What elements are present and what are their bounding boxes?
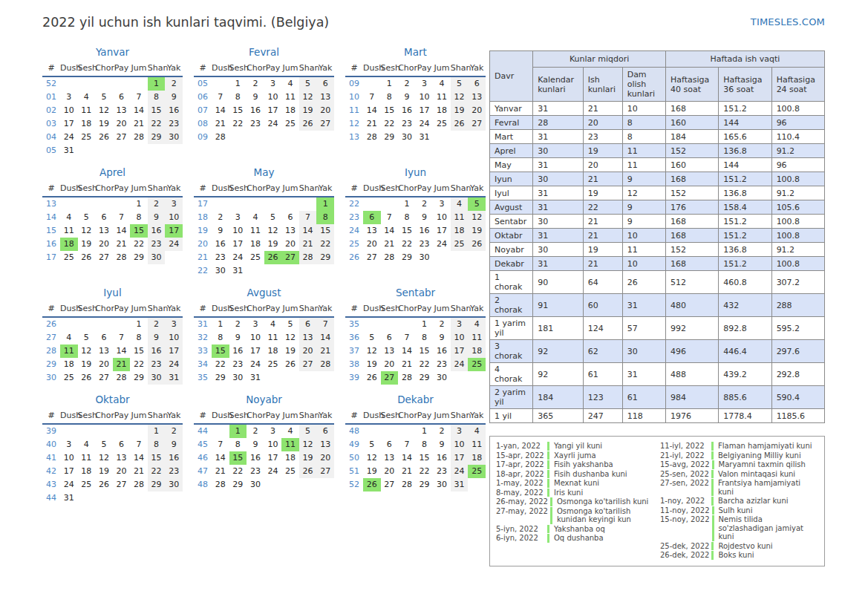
- value-cell: 136.8: [719, 144, 771, 158]
- table-row: Oktabr312110168151.2100.8: [490, 229, 825, 243]
- empty-day-cell: [95, 197, 113, 211]
- holiday-day-cell: 25: [468, 358, 486, 371]
- value-cell: 100.8: [771, 215, 824, 229]
- value-cell: 91.2: [771, 186, 824, 200]
- weekday-header: Yak: [468, 302, 486, 317]
- weekday-header: Pay: [113, 302, 131, 317]
- week-row: 2413141516171819: [345, 224, 486, 238]
- day-cell: 18: [468, 344, 486, 358]
- day-cell: 4: [60, 211, 78, 224]
- month-title: Mart: [345, 46, 486, 58]
- value-cell: 30: [533, 243, 583, 257]
- day-cell: 3: [165, 197, 183, 211]
- day-cell: 22: [416, 358, 434, 371]
- week-number: 46: [194, 451, 212, 465]
- day-cell: 26: [95, 478, 113, 491]
- value-cell: 91: [533, 294, 583, 317]
- week-row: 1078910111213: [345, 91, 486, 104]
- table-row: 2 chorak916031480432288: [490, 294, 825, 317]
- empty-day-cell: [264, 371, 282, 385]
- day-cell: 1: [229, 76, 247, 91]
- day-cell: 31: [60, 491, 78, 505]
- day-cell: 10: [229, 224, 247, 238]
- day-cell: 20: [299, 344, 317, 358]
- legend-holiday-marker: [711, 479, 714, 496]
- day-cell: 19: [299, 451, 317, 465]
- day-cell: 22: [229, 465, 247, 478]
- day-cell: 22: [316, 238, 334, 251]
- weekday-header: Sesh: [381, 302, 399, 317]
- value-cell: 22: [583, 200, 622, 215]
- value-cell: 152: [665, 186, 718, 200]
- value-cell: 144: [719, 116, 771, 130]
- day-cell: 14: [130, 451, 148, 465]
- period-label: 4 chorak: [490, 363, 533, 386]
- week-number: 32: [194, 331, 212, 344]
- day-cell: 3: [451, 424, 469, 438]
- empty-day-cell: [264, 197, 282, 211]
- legend-holiday-name: Fisih dushanba kuni: [554, 470, 654, 479]
- day-cell: 10: [165, 211, 183, 224]
- week-row: 52262728293031: [345, 478, 486, 491]
- day-cell: 21: [212, 465, 229, 478]
- month-table: #DushSeshChorPayJumShanYak48123449567891…: [345, 409, 486, 491]
- day-cell: 26: [363, 371, 381, 385]
- week-row: 32891011121314: [194, 331, 334, 344]
- day-cell: 8: [130, 211, 148, 224]
- day-cell: 13: [95, 224, 113, 238]
- weekday-header: Jum: [281, 302, 299, 317]
- week-col-header: #: [345, 182, 363, 197]
- day-cell: 13: [95, 344, 113, 358]
- week-row: 09123456: [345, 76, 486, 91]
- day-cell: 7: [113, 211, 131, 224]
- site-link[interactable]: TIMESLES.COM: [751, 16, 825, 27]
- week-col-header: #: [42, 409, 60, 424]
- day-cell: 16: [165, 104, 183, 117]
- day-cell: 19: [78, 358, 96, 371]
- day-cell: 26: [468, 238, 486, 251]
- weekday-header: Jum: [281, 182, 299, 197]
- day-cell: 4: [264, 317, 282, 331]
- value-cell: 480: [665, 294, 718, 317]
- day-cell: 16: [247, 104, 264, 117]
- value-cell: 496: [665, 340, 718, 363]
- legend-date: 15-avg, 2022: [660, 460, 710, 469]
- week-row: 199101112131415: [194, 224, 334, 238]
- empty-day-cell: [247, 197, 264, 211]
- empty-day-cell: [130, 76, 148, 91]
- day-cell: 28: [130, 131, 148, 144]
- day-cell: 17: [416, 104, 434, 117]
- holiday-day-cell: 1: [229, 424, 247, 438]
- weekday-header: Yak: [316, 302, 334, 317]
- day-cell: 2: [433, 317, 451, 331]
- week-col-header: #: [345, 409, 363, 424]
- day-cell: 4: [468, 424, 486, 438]
- weekday-header: Yak: [468, 182, 486, 197]
- month-table: #DushSeshChorPayJumShanYak44123456457891…: [194, 409, 334, 491]
- weekday-header: Pay: [416, 302, 434, 317]
- day-cell: 7: [316, 317, 334, 331]
- holiday-day-cell: 11: [281, 438, 299, 451]
- day-cell: 12: [363, 451, 381, 465]
- day-cell: 1: [130, 317, 148, 331]
- empty-day-cell: [451, 251, 469, 264]
- day-cell: 29: [316, 251, 334, 264]
- day-cell: 10: [433, 211, 451, 224]
- day-cell: 27: [299, 358, 317, 371]
- day-cell: 17: [60, 465, 78, 478]
- day-cell: 15: [148, 104, 166, 117]
- value-cell: 20: [583, 158, 622, 172]
- week-col-header: #: [194, 409, 212, 424]
- weekday-header: Pay: [264, 182, 282, 197]
- day-cell: 9: [212, 224, 229, 238]
- day-cell: 22: [148, 117, 166, 131]
- week-row: 1511121314151617: [42, 224, 183, 238]
- day-cell: 4: [78, 438, 96, 451]
- legend-holiday-marker: [711, 497, 714, 506]
- legend-date: 1-yan, 2022: [496, 442, 545, 451]
- day-cell: 28: [398, 478, 416, 491]
- day-cell: 12: [78, 344, 96, 358]
- weekday-header: Chor: [247, 409, 264, 424]
- day-cell: 10: [264, 438, 282, 451]
- day-cell: 8: [130, 331, 148, 344]
